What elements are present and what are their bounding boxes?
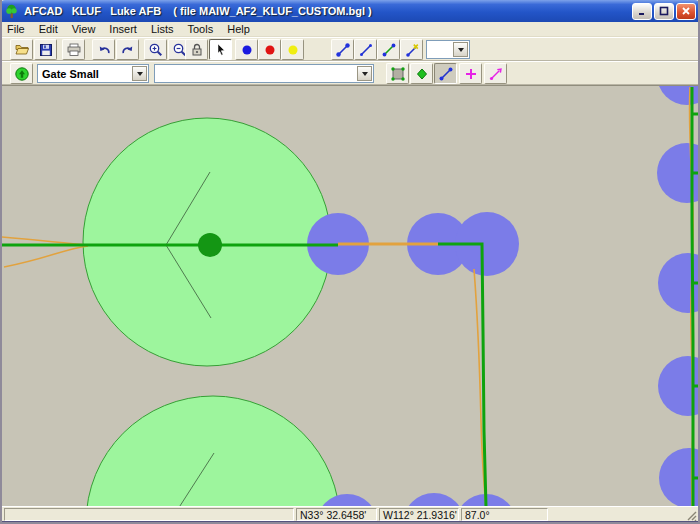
app-icon	[4, 4, 19, 19]
parking-diamond-icon	[414, 66, 430, 82]
airport-map-svg[interactable]	[2, 86, 698, 507]
menubar: File Edit View Insert Lists Tools Help	[2, 22, 698, 37]
add-node-yellow-button[interactable]	[281, 39, 304, 60]
draw-link-add-icon	[404, 42, 420, 58]
zoom-in-icon	[148, 42, 164, 58]
afcad-window: AFCAD KLUF Luke AFB ( file MAIW_AF2_KLUF…	[0, 0, 700, 524]
draw-taxi-link-icon	[438, 66, 454, 82]
taxiway-link-combo[interactable]	[426, 40, 470, 59]
menu-edit[interactable]: Edit	[34, 23, 63, 35]
draw-taxi-link-button[interactable]	[434, 63, 457, 84]
minimize-button[interactable]	[632, 3, 652, 20]
draw-link-add-button[interactable]	[400, 39, 423, 60]
draw-link-blue-icon	[335, 42, 351, 58]
open-file-icon	[14, 42, 30, 58]
menu-lists[interactable]: Lists	[146, 23, 179, 35]
print-button[interactable]	[62, 39, 85, 60]
parking-diamond-button[interactable]	[410, 63, 433, 84]
draw-link-thin-icon	[358, 42, 374, 58]
add-node-red-icon	[262, 42, 278, 58]
add-parking-node-button[interactable]	[10, 63, 33, 84]
status-longitude: W112° 21.9316'	[379, 508, 459, 521]
add-node-yellow-icon	[285, 42, 301, 58]
save-file-icon	[38, 42, 54, 58]
undo-button[interactable]	[92, 39, 115, 60]
save-file-button[interactable]	[34, 39, 57, 60]
lock-view-button[interactable]	[185, 39, 208, 60]
link-point-magenta-icon	[488, 66, 504, 82]
add-node-red-button[interactable]	[258, 39, 281, 60]
draw-link-thin-button[interactable]	[354, 39, 377, 60]
zoom-in-button[interactable]	[144, 39, 167, 60]
maximize-button[interactable]	[654, 3, 674, 20]
close-button[interactable]	[676, 3, 696, 20]
chevron-down-icon[interactable]	[453, 42, 468, 57]
add-parking-node-icon	[14, 66, 30, 82]
apron-polygon-icon	[390, 66, 406, 82]
link-point-magenta-button[interactable]	[484, 63, 507, 84]
menu-help[interactable]: Help	[222, 23, 255, 35]
menu-insert[interactable]: Insert	[104, 23, 142, 35]
statusbar: N33° 32.6458' W112° 21.9316' 87.0°	[2, 506, 698, 521]
parking-type-combo-value: Gate Small	[38, 68, 131, 80]
minimize-icon	[637, 6, 647, 16]
parking-type-combo[interactable]: Gate Small	[37, 64, 149, 83]
resize-grip[interactable]	[685, 509, 697, 521]
parking-name-combo[interactable]	[154, 64, 374, 83]
redo-button[interactable]	[116, 39, 139, 60]
status-info	[4, 508, 294, 521]
status-heading: 87.0°	[461, 508, 548, 521]
add-node-blue-button[interactable]	[235, 39, 258, 60]
taxiway-link[interactable]	[692, 87, 693, 507]
chevron-down-icon[interactable]	[132, 66, 147, 81]
print-icon	[66, 42, 82, 58]
draw-link-blue-button[interactable]	[331, 39, 354, 60]
draw-link-green-icon	[381, 42, 397, 58]
apron-polygon-button[interactable]	[386, 63, 409, 84]
undo-icon	[96, 42, 112, 58]
select-pointer-icon	[213, 42, 229, 58]
redo-icon	[120, 42, 136, 58]
close-icon	[681, 6, 691, 16]
add-point-magenta-icon	[463, 66, 479, 82]
airport-map-canvas[interactable]	[2, 85, 698, 506]
menu-file[interactable]: File	[2, 23, 30, 35]
menu-tools[interactable]: Tools	[183, 23, 219, 35]
lock-view-icon	[189, 42, 205, 58]
window-titlebar: AFCAD KLUF Luke AFB ( file MAIW_AF2_KLUF…	[0, 0, 700, 22]
toolbar-parking: Gate Small	[2, 61, 698, 85]
draw-link-green-button[interactable]	[377, 39, 400, 60]
chevron-down-icon[interactable]	[357, 66, 372, 81]
add-node-blue-icon	[239, 42, 255, 58]
status-latitude: N33° 32.6458'	[296, 508, 377, 521]
select-pointer-button[interactable]	[209, 39, 232, 60]
maximize-icon	[659, 6, 669, 16]
open-file-button[interactable]	[10, 39, 33, 60]
window-title: AFCAD KLUF Luke AFB ( file MAIW_AF2_KLUF…	[24, 5, 630, 17]
toolbar-main	[2, 37, 698, 61]
menu-view[interactable]: View	[67, 23, 101, 35]
selected-spot-dot[interactable]	[198, 233, 222, 257]
add-point-magenta-button[interactable]	[459, 63, 482, 84]
